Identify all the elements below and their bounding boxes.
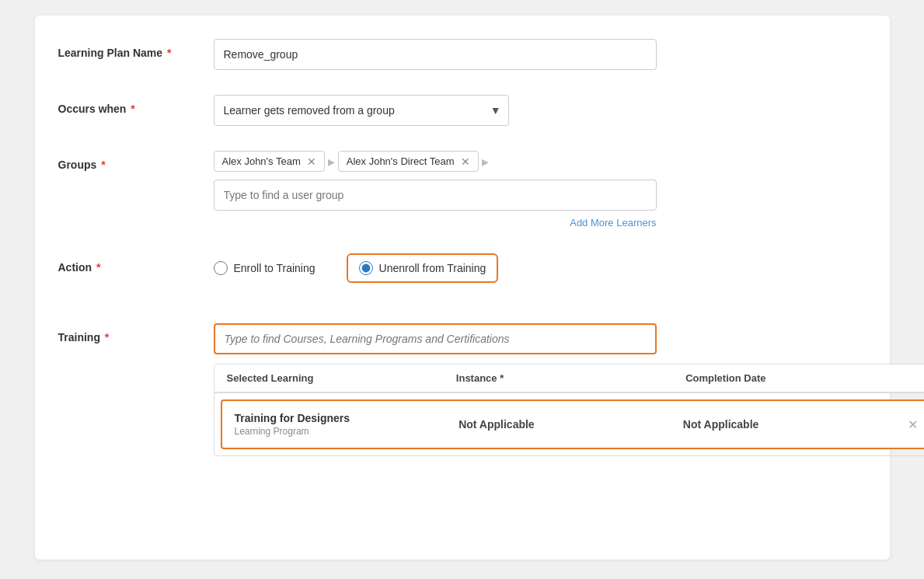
required-star-5: *: [105, 331, 109, 344]
col-instance-required: *: [500, 372, 504, 384]
tag-separator-2: ▸: [482, 153, 489, 170]
enroll-option[interactable]: Enroll to Training: [214, 261, 316, 275]
training-content: Selected Learning Instance * Completion …: [214, 323, 925, 456]
action-row: Action * Enroll to Training Unenroll fro…: [58, 253, 866, 298]
completion-value: Not Applicable: [683, 418, 759, 431]
action-radio-group: Enroll to Training Unenroll from Trainin…: [214, 253, 866, 283]
row-instance: Not Applicable: [459, 417, 683, 431]
tags-area: Alex John's Team ✕ ▸ Alex John's Direct …: [214, 151, 866, 172]
tag-alex-johns-team: Alex John's Team ✕: [214, 151, 325, 172]
learning-plan-name-row: Learning Plan Name *: [58, 39, 866, 70]
training-table: Selected Learning Instance * Completion …: [214, 364, 925, 456]
tag-remove-alex-johns-team[interactable]: ✕: [307, 156, 316, 167]
training-row: Training * Selected Learning Instance * …: [58, 323, 866, 456]
row-completion: Not Applicable: [683, 417, 908, 431]
learning-plan-name-input[interactable]: [214, 39, 657, 70]
learning-plan-name-content: [214, 39, 866, 70]
occurs-when-select-wrapper: Learner gets removed from a group ▼: [214, 95, 509, 126]
groups-content: Alex John's Team ✕ ▸ Alex John's Direct …: [214, 151, 866, 228]
groups-row: Groups * Alex John's Team ✕ ▸ Alex John'…: [58, 151, 866, 228]
unenroll-option[interactable]: Unenroll from Training: [347, 253, 499, 283]
occurs-when-content: Learner gets removed from a group ▼: [214, 95, 866, 126]
occurs-when-select[interactable]: Learner gets removed from a group: [214, 95, 509, 126]
tag-label: Alex John's Team: [222, 155, 301, 167]
required-star: *: [167, 47, 171, 59]
groups-label: Groups *: [58, 151, 214, 171]
unenroll-label: Unenroll from Training: [379, 262, 486, 274]
remove-row-icon[interactable]: ✕: [908, 418, 918, 431]
learning-plan-name-label: Learning Plan Name *: [58, 39, 214, 59]
required-star-2: *: [131, 103, 134, 115]
action-label: Action *: [58, 253, 214, 274]
add-more-learners-link[interactable]: Add More Learners: [214, 217, 657, 228]
occurs-when-label: Occurs when *: [58, 95, 214, 115]
col-header-instance: Instance *: [456, 372, 685, 384]
required-star-4: *: [96, 261, 100, 274]
training-search-input[interactable]: [214, 323, 657, 354]
row-learning-info: Training for Designers Learning Program: [235, 412, 459, 437]
instance-value: Not Applicable: [459, 418, 535, 431]
enroll-label: Enroll to Training: [234, 262, 316, 274]
enroll-radio[interactable]: [214, 261, 228, 275]
row-remove[interactable]: ✕: [908, 417, 924, 432]
learning-subtitle: Learning Program: [235, 426, 459, 437]
learning-title: Training for Designers: [235, 412, 459, 424]
unenroll-radio[interactable]: [359, 261, 373, 275]
col-header-completion: Completion Date: [685, 372, 915, 384]
tag-remove-alex-johns-direct-team[interactable]: ✕: [461, 156, 470, 167]
tag-label-2: Alex John's Direct Team: [347, 155, 455, 167]
training-label: Training *: [58, 323, 214, 344]
occurs-when-row: Occurs when * Learner gets removed from …: [58, 95, 866, 126]
table-row: Training for Designers Learning Program …: [221, 399, 925, 449]
form-container: Learning Plan Name * Occurs when * Learn…: [35, 16, 890, 560]
action-content: Enroll to Training Unenroll from Trainin…: [214, 253, 866, 298]
col-header-learning: Selected Learning: [227, 372, 456, 384]
table-header: Selected Learning Instance * Completion …: [214, 364, 925, 393]
group-search-input[interactable]: [214, 180, 657, 211]
tag-alex-johns-direct-team: Alex John's Direct Team ✕: [338, 151, 479, 172]
tag-separator: ▸: [328, 153, 335, 170]
required-star-3: *: [101, 159, 105, 171]
col-header-action: [915, 372, 924, 384]
